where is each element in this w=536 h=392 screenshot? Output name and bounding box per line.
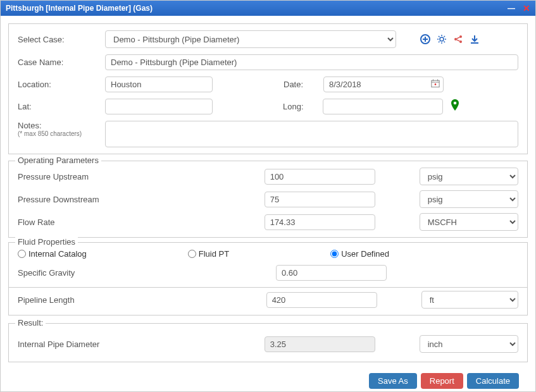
radio-internal-catalog[interactable]: Internal Catalog (18, 249, 87, 259)
flow-rate-label: Flow Rate (18, 217, 259, 227)
specific-gravity-label: Specific Gravity (18, 268, 271, 278)
select-case-label: Select Case: (18, 35, 100, 44)
svg-point-3 (440, 37, 444, 41)
report-button[interactable]: Report (421, 373, 463, 389)
specific-gravity-input[interactable] (276, 265, 387, 281)
pressure-upstream-label: Pressure Upstream (18, 172, 259, 181)
share-icon[interactable] (453, 34, 463, 44)
pressure-downstream-unit[interactable]: psig (420, 190, 518, 208)
calendar-icon[interactable] (431, 78, 440, 89)
pipeline-panel: Pipeline Length ft (8, 287, 528, 315)
radio-fluid-pt[interactable]: Fluid PT (188, 249, 229, 259)
save-as-button[interactable]: Save As (369, 373, 417, 389)
add-icon[interactable] (420, 34, 430, 44)
operating-parameters-group: Operating Parameters Pressure Upstream p… (8, 161, 528, 238)
date-field-wrap (323, 77, 444, 92)
lat-input[interactable] (105, 99, 213, 114)
application-window: Pittsburgh [Internal Pipe Diameter] (Gas… (0, 0, 536, 392)
notes-label: Notes: (18, 121, 100, 130)
flow-rate-unit[interactable]: MSCFH (420, 213, 518, 231)
titlebar: Pittsburgh [Internal Pipe Diameter] (Gas… (1, 1, 535, 16)
result-value (265, 336, 375, 352)
long-label: Long: (283, 102, 318, 111)
pressure-downstream-label: Pressure Downstream (18, 195, 259, 204)
pipeline-length-input[interactable] (266, 292, 377, 308)
pressure-upstream-input[interactable] (265, 169, 375, 185)
titlebar-buttons: — ✕ (508, 3, 530, 13)
footer-buttons: Save As Report Calculate (8, 367, 528, 391)
fluid-source-radios: Internal Catalog Fluid PT User Defined (18, 249, 518, 259)
operating-parameters-legend: Operating Parameters (15, 156, 101, 165)
svg-line-16 (457, 40, 460, 41)
select-case-dropdown[interactable]: Demo - Pittsburgh (Pipe Diameter) (105, 30, 396, 48)
map-pin-icon[interactable] (451, 99, 459, 114)
minimize-icon[interactable]: — (508, 4, 515, 13)
content-area: Select Case: Demo - Pittsburgh (Pipe Dia… (1, 16, 535, 391)
fluid-properties-group: Fluid Properties Internal Catalog Fluid … (8, 242, 528, 288)
radio-user-defined[interactable]: User Defined (330, 249, 389, 259)
location-label: Location: (18, 80, 100, 89)
svg-point-24 (454, 102, 457, 105)
radio-internal-catalog-input[interactable] (18, 250, 26, 258)
lat-label: Lat: (18, 102, 100, 111)
date-label: Date: (284, 80, 318, 89)
case-name-label: Case Name: (18, 58, 100, 67)
pressure-upstream-unit[interactable]: psig (420, 168, 518, 185)
window-title: Pittsburgh [Internal Pipe Diameter] (Gas… (6, 4, 153, 13)
location-input[interactable] (105, 77, 213, 92)
svg-line-15 (457, 37, 460, 39)
case-name-input[interactable] (105, 54, 518, 70)
result-label: Internal Pipe Diameter (18, 340, 259, 349)
notes-textarea[interactable] (105, 121, 518, 147)
svg-line-11 (444, 36, 446, 37)
flow-rate-input[interactable] (265, 214, 375, 230)
radio-user-defined-input[interactable] (330, 250, 339, 258)
notes-label-col: Notes: (* max 850 characters) (18, 121, 100, 137)
calculate-button[interactable]: Calculate (467, 373, 519, 389)
pipeline-length-unit[interactable]: ft (421, 291, 518, 309)
pressure-downstream-input[interactable] (265, 192, 375, 207)
download-icon[interactable] (470, 34, 480, 44)
notes-hint: (* max 850 characters) (18, 130, 100, 137)
date-input[interactable] (323, 77, 444, 92)
svg-line-10 (439, 42, 440, 43)
svg-line-9 (444, 42, 446, 43)
long-input[interactable] (323, 99, 443, 114)
radio-fluid-pt-input[interactable] (188, 250, 196, 258)
result-unit[interactable]: inch (420, 335, 518, 353)
gear-icon[interactable] (437, 34, 447, 44)
pipeline-length-label: Pipeline Length (18, 295, 261, 305)
close-icon[interactable]: ✕ (523, 3, 530, 13)
svg-line-8 (439, 36, 440, 37)
fluid-properties-legend: Fluid Properties (15, 237, 78, 247)
svg-point-23 (435, 83, 437, 85)
case-panel: Select Case: Demo - Pittsburgh (Pipe Dia… (8, 23, 528, 154)
result-legend: Result: (15, 318, 46, 328)
result-group: Result: Internal Pipe Diameter inch (8, 323, 528, 362)
case-toolbar (420, 34, 480, 44)
